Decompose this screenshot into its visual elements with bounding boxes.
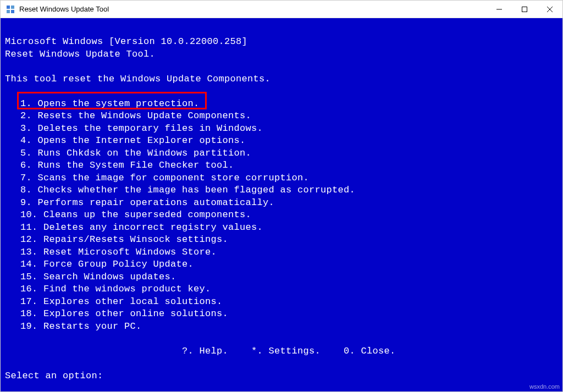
menu-option: 18. Explores other online solutions. <box>5 308 558 321</box>
menu-option: 12. Repairs/Resets Winsock settings. <box>5 234 558 246</box>
minimize-button[interactable] <box>487 1 512 18</box>
app-icon <box>6 5 15 14</box>
tool-name-line: Reset Windows Update Tool. <box>5 48 558 61</box>
titlebar: Reset Windows Update Tool <box>1 1 562 18</box>
menu-option: 7. Scans the image for component store c… <box>5 172 558 185</box>
svg-rect-2 <box>7 10 10 13</box>
menu-option: 17. Explores other local solutions. <box>5 296 558 308</box>
menu-option: 3. Deletes the temporary files in Window… <box>5 123 558 135</box>
close-button[interactable] <box>537 1 562 18</box>
menu-option: 16. Find the windows product key. <box>5 283 558 296</box>
menu-option: 14. Force Group Policy Update. <box>5 258 558 271</box>
prompt-line: Select an option: <box>5 370 558 383</box>
svg-rect-1 <box>11 5 14 9</box>
menu-option: 2. Resets the Windows Update Components. <box>5 110 558 123</box>
window-title: Reset Windows Update Tool <box>19 5 487 13</box>
menu-option: 19. Restarts your PC. <box>5 321 558 333</box>
menu-option: 13. Reset Microsoft Windows Store. <box>5 246 558 259</box>
svg-rect-0 <box>7 5 10 9</box>
footer-options: ?. Help. *. Settings. 0. Close. <box>5 345 558 358</box>
menu-option: 11. Deletes any incorrect registry value… <box>5 222 558 234</box>
menu-option: 9. Performs repair operations automatica… <box>5 197 558 209</box>
menu-option: 10. Cleans up the superseded components. <box>5 209 558 222</box>
svg-rect-5 <box>522 7 527 12</box>
description-line: This tool reset the Windows Update Compo… <box>5 73 558 86</box>
app-window: Reset Windows Update Tool Microsoft Wind… <box>0 0 563 392</box>
console-output[interactable]: Microsoft Windows [Version 10.0.22000.25… <box>1 18 562 391</box>
maximize-button[interactable] <box>512 1 537 18</box>
menu-option: 1. Opens the system protection. <box>5 98 558 111</box>
window-controls <box>487 1 562 18</box>
menu-option: 8. Checks whether the image has been fla… <box>5 184 558 197</box>
menu-option: 4. Opens the Internet Explorer options. <box>5 135 558 147</box>
menu-option: 15. Search Windows updates. <box>5 271 558 284</box>
version-line: Microsoft Windows [Version 10.0.22000.25… <box>5 36 558 48</box>
menu-option: 5. Runs Chkdsk on the Windows partition. <box>5 147 558 160</box>
svg-rect-3 <box>11 10 14 13</box>
watermark: wsxdn.com <box>529 383 560 390</box>
menu-option: 6. Runs the System File Checker tool. <box>5 159 558 172</box>
